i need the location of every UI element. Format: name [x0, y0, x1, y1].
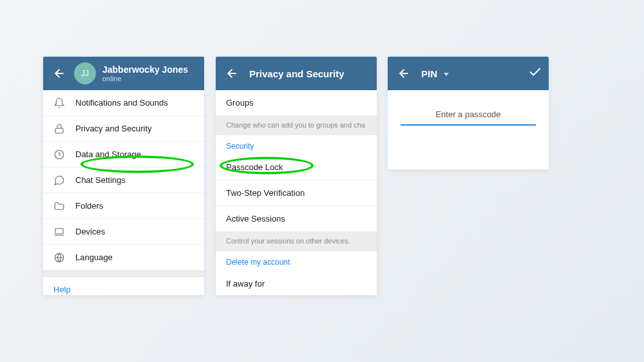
sidebar-item-label: Folders — [75, 201, 103, 211]
folder-icon — [52, 200, 66, 212]
passcode-screen: PIN Enter a passcode — [388, 57, 549, 169]
settings-header: JJ Jabberwocky Jones online — [43, 57, 204, 90]
privacy-item-passcode[interactable]: Passcode Lock — [216, 155, 377, 180]
user-name: Jabberwocky Jones — [102, 64, 188, 75]
row-label: Groups — [226, 98, 254, 108]
avatar[interactable]: JJ — [74, 62, 96, 84]
sidebar-item-data[interactable]: Data and Storage — [43, 142, 204, 167]
check-icon — [528, 65, 542, 79]
lock-icon — [52, 123, 66, 135]
section-header-security: Security — [216, 135, 377, 155]
svg-rect-3 — [55, 228, 63, 233]
arrow-left-icon — [397, 67, 410, 80]
sidebar-item-label: Language — [75, 252, 113, 262]
user-status: online — [102, 75, 188, 82]
passcode-input[interactable] — [401, 124, 536, 126]
section-divider — [43, 271, 204, 277]
groups-hint: Change who can add you to groups and cha — [216, 116, 377, 135]
privacy-item-groups[interactable]: Groups — [216, 90, 377, 116]
sidebar-item-label: Devices — [75, 227, 105, 236]
row-label: Two-Step Verification — [226, 188, 305, 198]
arrow-left-icon — [53, 67, 66, 80]
bell-icon — [52, 97, 66, 109]
passcode-prompt: Enter a passcode — [388, 90, 549, 124]
clock-icon — [52, 149, 66, 160]
back-button[interactable] — [225, 66, 239, 81]
confirm-button[interactable] — [528, 65, 542, 82]
sidebar-item-label: Chat Settings — [75, 175, 126, 185]
sidebar-item-help[interactable]: Help — [43, 277, 204, 295]
sidebar-item-label: Data and Storage — [75, 149, 141, 159]
passcode-mode-dropdown[interactable]: PIN — [421, 68, 528, 79]
laptop-icon — [52, 226, 66, 238]
privacy-screen: Privacy and Security Groups Change who c… — [216, 57, 377, 295]
row-label: If away for — [226, 279, 265, 289]
settings-screen: JJ Jabberwocky Jones online Notification… — [43, 57, 204, 295]
sidebar-item-label: Privacy and Security — [75, 124, 152, 133]
sidebar-item-label: Notifications and Sounds — [75, 98, 168, 108]
privacy-item-twostep[interactable]: Two-Step Verification — [216, 180, 377, 206]
dropdown-label: PIN — [421, 68, 437, 79]
privacy-item-away[interactable]: If away for — [216, 271, 377, 295]
globe-icon — [52, 252, 66, 263]
passcode-header: PIN — [388, 57, 549, 90]
sessions-hint: Control your sessions on other devices. — [216, 232, 377, 251]
row-label: Active Sessions — [226, 214, 285, 224]
page-title: Privacy and Security — [249, 68, 370, 79]
back-button[interactable] — [52, 66, 66, 81]
svg-rect-1 — [55, 128, 63, 133]
sidebar-item-chat[interactable]: Chat Settings — [43, 167, 204, 193]
settings-list: Notifications and Sounds Privacy and Sec… — [43, 90, 204, 271]
sidebar-item-notifications[interactable]: Notifications and Sounds — [43, 90, 204, 116]
privacy-header: Privacy and Security — [216, 57, 377, 90]
row-label: Passcode Lock — [226, 162, 283, 172]
chevron-down-icon — [444, 73, 449, 76]
arrow-left-icon — [225, 67, 238, 80]
sidebar-item-language[interactable]: Language — [43, 245, 204, 271]
user-block[interactable]: Jabberwocky Jones online — [102, 64, 188, 82]
sidebar-item-folders[interactable]: Folders — [43, 193, 204, 219]
sidebar-item-devices[interactable]: Devices — [43, 219, 204, 245]
back-button[interactable] — [397, 66, 411, 81]
chat-icon — [52, 175, 66, 186]
sidebar-item-privacy[interactable]: Privacy and Security — [43, 116, 204, 142]
privacy-item-sessions[interactable]: Active Sessions — [216, 206, 377, 232]
section-header-delete: Delete my account — [216, 251, 377, 271]
